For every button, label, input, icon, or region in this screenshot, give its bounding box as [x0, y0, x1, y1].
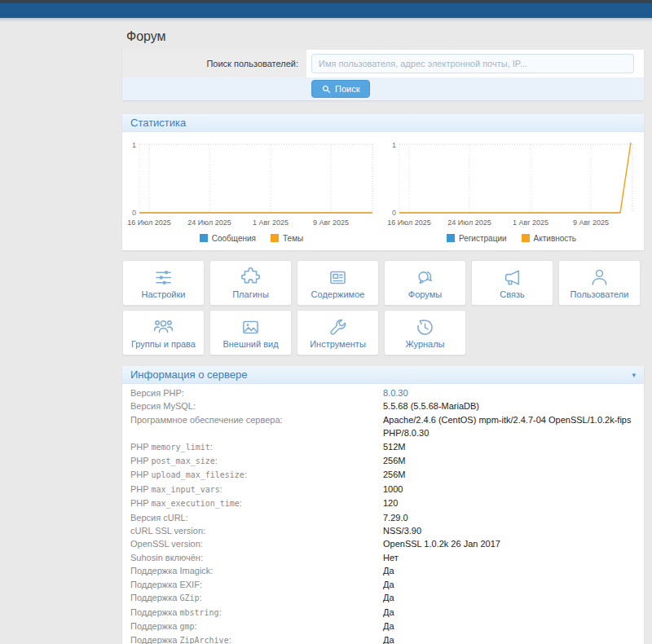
- chart-legend: Сообщения Темы: [127, 234, 376, 243]
- php-version-link[interactable]: 8.0.30: [383, 386, 644, 399]
- x-tick: 24 Июл 2025: [447, 218, 491, 227]
- server-info-label: Поддержка GZip:: [122, 591, 383, 605]
- tile-logs[interactable]: Журналы: [384, 310, 466, 355]
- tile-groups-permissions[interactable]: Группы и права: [122, 310, 205, 355]
- sliders-icon: [153, 267, 174, 288]
- server-info-value: Да: [383, 620, 644, 633]
- server-info-label: Suhosin включён:: [122, 551, 383, 564]
- legend-swatch-blue: [447, 234, 455, 242]
- table-row: Поддержка ZipArchive: Да: [122, 633, 644, 644]
- puzzle-icon: [240, 267, 261, 288]
- legend-swatch-orange: [271, 234, 279, 242]
- tile-label: Связь: [500, 289, 524, 299]
- tile-plugins[interactable]: Плагины: [209, 260, 292, 306]
- table-row: Поддержка Imagick: Да: [122, 564, 644, 577]
- svg-text:0: 0: [392, 209, 396, 217]
- tile-appearance[interactable]: Внешний вид: [209, 310, 292, 355]
- table-row: Поддержка gmp: Да: [122, 620, 644, 633]
- x-tick: 1 Авг 2025: [253, 218, 289, 227]
- table-row: Версия cURL: 7.29.0: [122, 511, 644, 524]
- table-row: Suhosin включён: Нет: [122, 551, 644, 564]
- tile-label: Содержимое: [311, 289, 365, 299]
- server-info-value: Apache/2.4.6 (CentOS) mpm-itk/2.4.7-04 O…: [383, 413, 644, 440]
- legend-label: Темы: [283, 234, 303, 243]
- table-row: PHP post_max_size: 256M: [122, 454, 644, 468]
- collapse-icon[interactable]: ▾: [632, 371, 636, 379]
- server-info-label: PHP max_execution_time:: [122, 496, 383, 510]
- server-info-section: Информация о сервере ▾ Версия PHP: 8.0.3…: [122, 366, 644, 644]
- top-navbar-shadow: [0, 18, 652, 22]
- server-info-label: cURL SSL version:: [122, 524, 383, 537]
- svg-text:0: 0: [132, 209, 136, 217]
- table-row: Программное обеспечение сервера: Apache/…: [122, 413, 644, 440]
- users-group-icon: [153, 317, 174, 337]
- server-info-label: PHP memory_limit:: [122, 440, 383, 454]
- server-info-label: Поддержка mbstring:: [122, 606, 383, 620]
- page-title: Форум: [126, 29, 644, 44]
- image-icon: [240, 317, 261, 337]
- tile-tools[interactable]: Инструменты: [297, 310, 379, 355]
- search-input[interactable]: [311, 54, 634, 73]
- server-info-title: Информация о сервере: [130, 368, 247, 381]
- server-info-value: Да: [383, 578, 644, 591]
- chat-bubbles-icon: [415, 267, 435, 288]
- admin-content: Форум Поиск пользователей: Поиск Статист…: [122, 29, 644, 644]
- tile-label: Форумы: [408, 289, 442, 299]
- search-icon: [322, 85, 331, 94]
- tile-content[interactable]: Содержимое: [297, 260, 379, 306]
- statistics-section: Статистика 1 0 16 Июл 2025 24: [122, 114, 644, 250]
- legend-swatch-orange: [522, 234, 530, 242]
- tile-label: Внешний вид: [222, 339, 278, 349]
- x-tick: 9 Авг 2025: [313, 218, 349, 227]
- chart-plot: 1 0: [387, 139, 636, 217]
- server-info-label: PHP upload_max_filesize:: [122, 468, 383, 482]
- search-button[interactable]: Поиск: [311, 80, 370, 98]
- top-navbar: [0, 3, 652, 18]
- user-icon: [589, 267, 610, 288]
- newspaper-icon: [328, 267, 348, 288]
- x-tick: 16 Июл 2025: [387, 218, 430, 227]
- megaphone-icon: [502, 267, 522, 288]
- tile-communication[interactable]: Связь: [471, 260, 553, 306]
- server-info-label: Поддержка gmp:: [122, 620, 383, 633]
- user-search-form: Поиск пользователей: Поиск: [122, 50, 644, 100]
- server-info-label: PHP post_max_size:: [122, 454, 383, 468]
- registrations-activity-chart: 1 0 16 Июл 2025 24 Июл 2025 1 Авг 2025 9…: [387, 139, 636, 229]
- chart-legend: Регистрации Активность: [387, 234, 636, 243]
- svg-text:1: 1: [132, 141, 136, 149]
- tile-label: Настройки: [142, 289, 186, 299]
- server-info-label: Версия MySQL:: [122, 399, 383, 412]
- server-info-value: Да: [383, 564, 644, 577]
- table-row: Поддержка GZip: Да: [122, 591, 644, 605]
- server-info-value: 256M: [383, 454, 644, 468]
- table-row: cURL SSL version: NSS/3.90: [122, 524, 644, 537]
- tile-label: Журналы: [405, 339, 444, 349]
- server-info-label: Поддержка EXIF:: [122, 578, 383, 591]
- tile-label: Группы и права: [131, 339, 196, 349]
- history-icon: [415, 317, 435, 337]
- table-row: PHP memory_limit: 512M: [122, 440, 644, 454]
- svg-text:1: 1: [392, 141, 396, 149]
- server-info-value: Нет: [383, 551, 644, 564]
- legend-label: Регистрации: [459, 234, 507, 243]
- x-tick: 16 Июл 2025: [127, 218, 170, 227]
- server-info-value: 5.5.68 (5.5.68-MariaDB): [383, 399, 644, 412]
- tile-settings[interactable]: Настройки: [122, 260, 205, 306]
- legend-swatch-blue: [200, 234, 208, 242]
- statistics-title: Статистика: [130, 117, 186, 129]
- server-info-label: PHP max_input_vars:: [122, 483, 383, 496]
- messages-topics-chart: 1 0 16 Июл 2025 24 Июл 2025 1 Авг 2025 9…: [127, 139, 376, 229]
- tile-label: Пользователи: [570, 289, 629, 299]
- x-tick: 1 Авг 2025: [513, 218, 548, 227]
- tile-users[interactable]: Пользователи: [558, 260, 641, 306]
- server-info-value: 7.29.0: [383, 511, 644, 524]
- server-info-rows: Версия PHP: 8.0.30 Версия MySQL: 5.5.68 …: [122, 384, 644, 644]
- server-info-value: 120: [383, 496, 644, 510]
- tile-forums[interactable]: Форумы: [384, 260, 466, 306]
- legend-label: Активность: [534, 234, 577, 243]
- server-info-value: Да: [383, 606, 644, 620]
- server-info-value: 1000: [383, 483, 644, 496]
- table-row: OpenSSL version: OpenSSL 1.0.2k 26 Jan 2…: [122, 537, 644, 550]
- server-info-label: Программное обеспечение сервера:: [122, 413, 383, 440]
- admin-tiles: Настройки Плагины Содержимое Форумы: [122, 260, 644, 355]
